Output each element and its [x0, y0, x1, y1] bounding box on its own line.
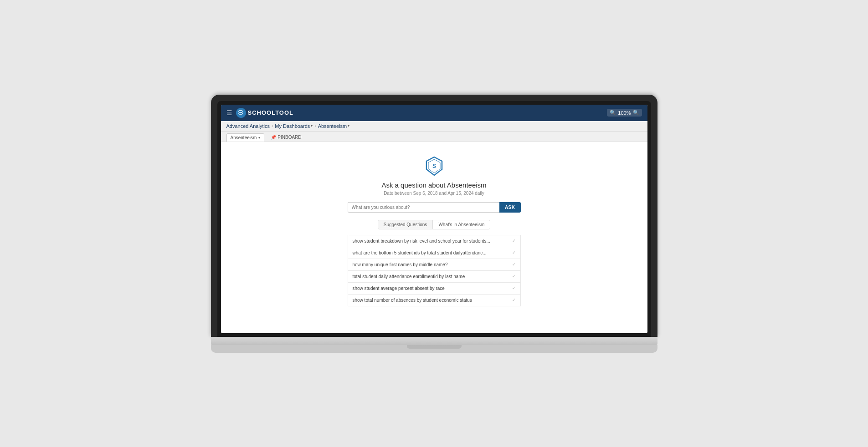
suggestion-text-6: show total number of absences by student… [353, 298, 472, 303]
logo-icon [236, 108, 246, 118]
suggestion-text-2: what are the bottom 5 student ids by tot… [353, 250, 487, 255]
pinboard-button[interactable]: 📌 PINBOARD [268, 133, 304, 141]
breadcrumb-sep-2: › [314, 123, 316, 128]
pinboard-label: PINBOARD [277, 135, 301, 140]
suggestion-item-2[interactable]: what are the bottom 5 student ids by tot… [348, 247, 521, 259]
hamburger-icon[interactable]: ☰ [226, 109, 232, 117]
search-input[interactable] [348, 202, 499, 213]
suggestion-text-5: show student average percent absent by r… [353, 286, 445, 291]
zoom-in-icon: 🔍 [633, 110, 639, 116]
suggestion-check-2: ✓ [512, 250, 516, 255]
logo-text: SCHOOLTOOL [248, 109, 294, 116]
suggestion-check-5: ✓ [512, 286, 516, 290]
absenteeism-logo: S [424, 156, 445, 177]
suggestion-item-4[interactable]: total student daily attendance enrollmen… [348, 271, 521, 283]
tab-bar: Absenteeism ▾ 📌 PINBOARD [221, 132, 647, 142]
tab-label: Absenteeism [231, 135, 257, 140]
suggestion-item-3[interactable]: how many unique first names by middle na… [348, 259, 521, 271]
suggestion-check-6: ✓ [512, 298, 516, 302]
screen: ☰ SCHOOLTOOL 🔍 100% [221, 105, 647, 333]
suggestion-item-1[interactable]: show student breakdown by risk level and… [348, 235, 521, 247]
svg-text:S: S [432, 163, 436, 169]
search-row: ASK [348, 202, 521, 213]
breadcrumb: Advanced Analytics › My Dashboards ▾ › A… [221, 121, 647, 132]
suggestion-tabs: Suggested Questions What's in Absenteeis… [378, 220, 490, 229]
suggestion-text-4: total student daily attendance enrollmen… [353, 274, 465, 279]
suggestion-check-1: ✓ [512, 239, 516, 243]
laptop-lid: ☰ SCHOOLTOOL 🔍 100% [211, 95, 657, 337]
suggestion-list: show student breakdown by risk level and… [348, 235, 521, 306]
topbar: ☰ SCHOOLTOOL 🔍 100% [221, 105, 647, 121]
breadcrumb-absenteeism[interactable]: Absenteeism ▾ [318, 123, 350, 129]
absenteeism-chevron: ▾ [348, 124, 349, 128]
screen-bezel: ☰ SCHOOLTOOL 🔍 100% [217, 101, 651, 337]
zoom-out-icon: 🔍 [610, 110, 616, 116]
breadcrumb-my-dashboards[interactable]: My Dashboards ▾ [275, 123, 313, 129]
tab-absenteeism[interactable]: Absenteeism ▾ [226, 133, 265, 142]
breadcrumb-sep-1: › [272, 123, 273, 128]
suggestion-item-6[interactable]: show total number of absences by student… [348, 295, 521, 306]
suggestion-check-3: ✓ [512, 262, 516, 267]
breadcrumb-advanced-analytics[interactable]: Advanced Analytics [226, 123, 270, 129]
zoom-label: 100% [618, 110, 631, 116]
ask-subtitle: Date between Sep 6, 2018 and Apr 15, 202… [384, 191, 484, 196]
suggestion-text-3: how many unique first names by middle na… [353, 262, 448, 267]
tab-chevron: ▾ [258, 136, 260, 140]
topbar-left: ☰ SCHOOLTOOL [226, 108, 294, 118]
laptop-frame: ☰ SCHOOLTOOL 🔍 100% [211, 95, 657, 353]
tab-suggested-questions[interactable]: Suggested Questions [378, 220, 433, 229]
logo-area: SCHOOLTOOL [236, 108, 294, 118]
ask-button[interactable]: ASK [499, 202, 521, 213]
suggestion-item-5[interactable]: show student average percent absent by r… [348, 283, 521, 295]
main-content: S Ask a question about Absenteeism Date … [221, 142, 647, 333]
laptop-base [211, 337, 657, 345]
suggestion-text-1: show student breakdown by risk level and… [353, 239, 490, 244]
ask-title: Ask a question about Absenteeism [381, 181, 486, 189]
tab-whats-in[interactable]: What's in Absenteeism [433, 220, 490, 229]
zoom-control[interactable]: 🔍 100% 🔍 [607, 109, 642, 117]
suggestion-check-4: ✓ [512, 274, 516, 279]
my-dashboards-chevron: ▾ [311, 124, 313, 128]
pin-icon: 📌 [271, 135, 276, 140]
